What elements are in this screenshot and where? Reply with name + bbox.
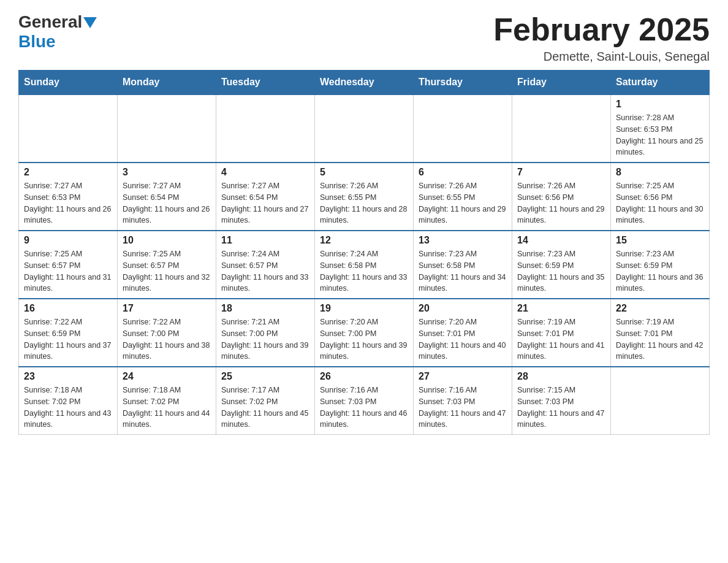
day-info: Sunrise: 7:27 AMSunset: 6:54 PMDaylight:… <box>123 180 211 226</box>
day-number: 9 <box>24 235 112 246</box>
day-number: 11 <box>221 235 309 246</box>
calendar-cell: 8Sunrise: 7:25 AMSunset: 6:56 PMDaylight… <box>611 163 710 231</box>
logo: General Blue <box>18 12 97 52</box>
day-number: 17 <box>123 303 211 314</box>
day-info: Sunrise: 7:28 AMSunset: 6:53 PMDaylight:… <box>616 112 704 158</box>
calendar-cell: 27Sunrise: 7:16 AMSunset: 7:03 PMDayligh… <box>414 367 512 435</box>
day-info: Sunrise: 7:18 AMSunset: 7:02 PMDaylight:… <box>24 385 112 431</box>
calendar-cell: 15Sunrise: 7:23 AMSunset: 6:59 PMDayligh… <box>611 231 710 299</box>
calendar-cell <box>512 94 611 163</box>
calendar-cell: 1Sunrise: 7:28 AMSunset: 6:53 PMDaylight… <box>611 94 710 163</box>
page-title: February 2025 <box>493 12 710 47</box>
day-info: Sunrise: 7:23 AMSunset: 6:59 PMDaylight:… <box>616 248 704 294</box>
day-number: 10 <box>123 235 211 246</box>
day-number: 18 <box>221 303 309 314</box>
day-info: Sunrise: 7:27 AMSunset: 6:54 PMDaylight:… <box>221 180 309 226</box>
calendar-cell: 18Sunrise: 7:21 AMSunset: 7:00 PMDayligh… <box>216 299 315 367</box>
day-number: 13 <box>419 235 507 246</box>
day-info: Sunrise: 7:19 AMSunset: 7:01 PMDaylight:… <box>517 316 605 362</box>
day-info: Sunrise: 7:26 AMSunset: 6:55 PMDaylight:… <box>320 180 408 226</box>
day-info: Sunrise: 7:16 AMSunset: 7:03 PMDaylight:… <box>320 385 408 431</box>
day-info: Sunrise: 7:24 AMSunset: 6:58 PMDaylight:… <box>320 248 408 294</box>
day-number: 1 <box>616 99 704 110</box>
calendar-cell: 25Sunrise: 7:17 AMSunset: 7:02 PMDayligh… <box>216 367 315 435</box>
calendar-cell: 20Sunrise: 7:20 AMSunset: 7:01 PMDayligh… <box>414 299 512 367</box>
day-info: Sunrise: 7:23 AMSunset: 6:59 PMDaylight:… <box>517 248 605 294</box>
day-number: 16 <box>24 303 112 314</box>
day-number: 4 <box>221 167 309 178</box>
day-of-week-friday: Friday <box>512 71 611 95</box>
day-number: 25 <box>221 371 309 382</box>
day-info: Sunrise: 7:21 AMSunset: 7:00 PMDaylight:… <box>221 316 309 362</box>
calendar-cell: 17Sunrise: 7:22 AMSunset: 7:00 PMDayligh… <box>118 299 216 367</box>
days-header-row: SundayMondayTuesdayWednesdayThursdayFrid… <box>19 71 710 95</box>
calendar-cell: 24Sunrise: 7:18 AMSunset: 7:02 PMDayligh… <box>118 367 216 435</box>
calendar-week-5: 23Sunrise: 7:18 AMSunset: 7:02 PMDayligh… <box>19 367 710 435</box>
calendar-cell: 16Sunrise: 7:22 AMSunset: 6:59 PMDayligh… <box>19 299 118 367</box>
day-number: 8 <box>616 167 704 178</box>
day-number: 22 <box>616 303 704 314</box>
calendar-cell: 22Sunrise: 7:19 AMSunset: 7:01 PMDayligh… <box>611 299 710 367</box>
day-number: 27 <box>419 371 507 382</box>
day-number: 2 <box>24 167 112 178</box>
day-number: 21 <box>517 303 605 314</box>
day-of-week-tuesday: Tuesday <box>216 71 315 95</box>
calendar-cell <box>118 94 216 163</box>
day-info: Sunrise: 7:27 AMSunset: 6:53 PMDaylight:… <box>24 180 112 226</box>
day-info: Sunrise: 7:20 AMSunset: 7:01 PMDaylight:… <box>419 316 507 362</box>
calendar-cell: 28Sunrise: 7:15 AMSunset: 7:03 PMDayligh… <box>512 367 611 435</box>
day-number: 7 <box>517 167 605 178</box>
page-subtitle: Demette, Saint-Louis, Senegal <box>493 50 710 64</box>
calendar-header: SundayMondayTuesdayWednesdayThursdayFrid… <box>19 71 710 95</box>
calendar-cell: 23Sunrise: 7:18 AMSunset: 7:02 PMDayligh… <box>19 367 118 435</box>
day-number: 14 <box>517 235 605 246</box>
day-info: Sunrise: 7:26 AMSunset: 6:56 PMDaylight:… <box>517 180 605 226</box>
day-info: Sunrise: 7:25 AMSunset: 6:56 PMDaylight:… <box>616 180 704 226</box>
calendar-cell: 3Sunrise: 7:27 AMSunset: 6:54 PMDaylight… <box>118 163 216 231</box>
calendar-week-4: 16Sunrise: 7:22 AMSunset: 6:59 PMDayligh… <box>19 299 710 367</box>
day-of-week-wednesday: Wednesday <box>315 71 414 95</box>
day-info: Sunrise: 7:22 AMSunset: 7:00 PMDaylight:… <box>123 316 211 362</box>
calendar-cell: 26Sunrise: 7:16 AMSunset: 7:03 PMDayligh… <box>315 367 414 435</box>
logo-blue-text: Blue <box>18 32 56 51</box>
calendar-cell <box>216 94 315 163</box>
calendar-week-2: 2Sunrise: 7:27 AMSunset: 6:53 PMDaylight… <box>19 163 710 231</box>
day-info: Sunrise: 7:16 AMSunset: 7:03 PMDaylight:… <box>419 385 507 431</box>
calendar-cell: 4Sunrise: 7:27 AMSunset: 6:54 PMDaylight… <box>216 163 315 231</box>
calendar-cell: 14Sunrise: 7:23 AMSunset: 6:59 PMDayligh… <box>512 231 611 299</box>
day-number: 20 <box>419 303 507 314</box>
day-number: 15 <box>616 235 704 246</box>
calendar-cell: 7Sunrise: 7:26 AMSunset: 6:56 PMDaylight… <box>512 163 611 231</box>
calendar-week-3: 9Sunrise: 7:25 AMSunset: 6:57 PMDaylight… <box>19 231 710 299</box>
calendar-cell: 13Sunrise: 7:23 AMSunset: 6:58 PMDayligh… <box>414 231 512 299</box>
calendar-cell: 6Sunrise: 7:26 AMSunset: 6:55 PMDaylight… <box>414 163 512 231</box>
calendar-cell <box>19 94 118 163</box>
title-block: February 2025 Demette, Saint-Louis, Sene… <box>493 12 710 64</box>
day-number: 12 <box>320 235 408 246</box>
calendar-cell: 9Sunrise: 7:25 AMSunset: 6:57 PMDaylight… <box>19 231 118 299</box>
calendar-cell: 11Sunrise: 7:24 AMSunset: 6:57 PMDayligh… <box>216 231 315 299</box>
day-info: Sunrise: 7:22 AMSunset: 6:59 PMDaylight:… <box>24 316 112 362</box>
day-number: 19 <box>320 303 408 314</box>
day-of-week-saturday: Saturday <box>611 71 710 95</box>
day-of-week-monday: Monday <box>118 71 216 95</box>
day-number: 23 <box>24 371 112 382</box>
day-number: 28 <box>517 371 605 382</box>
day-of-week-sunday: Sunday <box>19 71 118 95</box>
calendar-cell <box>611 367 710 435</box>
calendar-cell: 10Sunrise: 7:25 AMSunset: 6:57 PMDayligh… <box>118 231 216 299</box>
calendar-cell: 21Sunrise: 7:19 AMSunset: 7:01 PMDayligh… <box>512 299 611 367</box>
day-info: Sunrise: 7:26 AMSunset: 6:55 PMDaylight:… <box>419 180 507 226</box>
calendar-cell: 19Sunrise: 7:20 AMSunset: 7:00 PMDayligh… <box>315 299 414 367</box>
day-number: 6 <box>419 167 507 178</box>
calendar-cell <box>315 94 414 163</box>
day-info: Sunrise: 7:20 AMSunset: 7:00 PMDaylight:… <box>320 316 408 362</box>
calendar-table: SundayMondayTuesdayWednesdayThursdayFrid… <box>18 70 710 435</box>
calendar-week-1: 1Sunrise: 7:28 AMSunset: 6:53 PMDaylight… <box>19 94 710 163</box>
svg-marker-0 <box>83 17 97 28</box>
calendar-body: 1Sunrise: 7:28 AMSunset: 6:53 PMDaylight… <box>19 94 710 435</box>
day-info: Sunrise: 7:25 AMSunset: 6:57 PMDaylight:… <box>24 248 112 294</box>
calendar-cell: 5Sunrise: 7:26 AMSunset: 6:55 PMDaylight… <box>315 163 414 231</box>
day-info: Sunrise: 7:23 AMSunset: 6:58 PMDaylight:… <box>419 248 507 294</box>
day-info: Sunrise: 7:18 AMSunset: 7:02 PMDaylight:… <box>123 385 211 431</box>
